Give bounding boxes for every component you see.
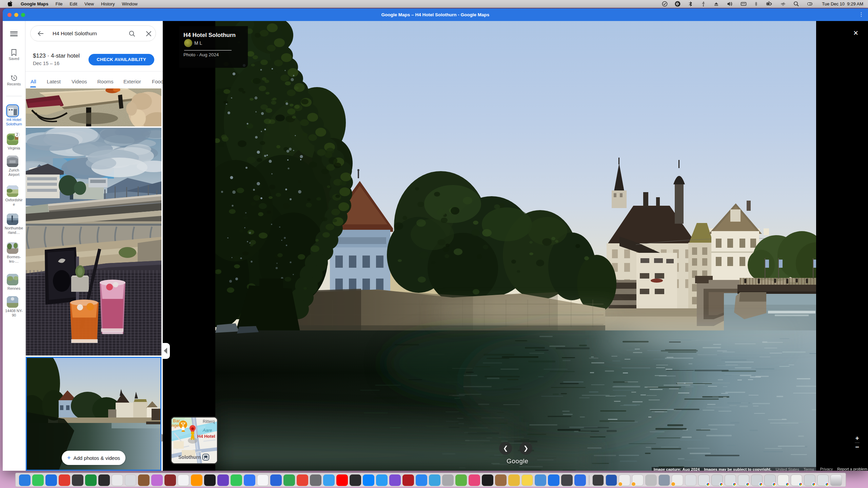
- svg-text:Bar: Bar: [173, 418, 180, 423]
- svg-text:Aare: Aare: [202, 428, 212, 433]
- svg-text:nge: nge: [172, 423, 179, 428]
- svg-text:Ritterq: Ritterq: [203, 419, 215, 424]
- svg-text:Solothurn: Solothurn: [178, 454, 201, 460]
- svg-text:H4 Hotel: H4 Hotel: [197, 434, 215, 439]
